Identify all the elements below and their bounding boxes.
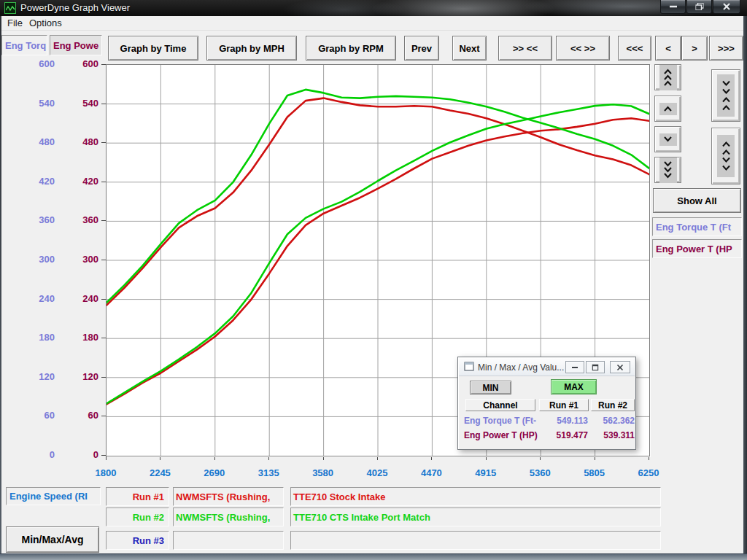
run1-label-box[interactable]: Run #1 (106, 487, 169, 506)
menu-options[interactable]: Options (29, 18, 62, 28)
torque-tick-label: 0 (26, 449, 55, 460)
run2-title-box[interactable]: TTE710 CTS Intake Port Match (290, 508, 661, 526)
form-icon (464, 362, 474, 373)
rpm-tick-label: 5805 (573, 467, 616, 478)
rpm-tick-label: 4025 (355, 467, 399, 478)
scale-up-button[interactable] (654, 96, 681, 122)
rpm-tick-label: 2690 (193, 467, 236, 478)
close-icon[interactable] (713, 0, 740, 14)
prev-button[interactable]: Prev (404, 36, 439, 61)
run3-comment-box[interactable] (173, 531, 284, 550)
rpm-tick-label: 1800 (84, 467, 128, 478)
torque-tick-label: 420 (26, 176, 55, 187)
x-tick-mark (649, 456, 649, 460)
x-tick-mark (160, 456, 160, 460)
x-tick-mark (377, 456, 378, 460)
graph-by-rpm-button[interactable]: Graph by RPM (306, 36, 396, 61)
x-axis-channel-box[interactable]: Engine Speed (RI (6, 487, 101, 505)
minmax-avg-button[interactable]: Min/Max/Avg (6, 526, 99, 553)
channel-button-power[interactable]: Eng Powe (50, 35, 102, 55)
power-tick-label: 420 (69, 176, 98, 187)
run2-comment-box[interactable]: NWMSFTS (Rushing, (173, 508, 284, 526)
torque-tick-label: 60 (26, 410, 55, 421)
menu-file[interactable]: File (7, 18, 23, 28)
graph-by-time-button[interactable]: Graph by Time (108, 36, 198, 61)
column-header-channel: Channel (465, 399, 535, 411)
zoom-in-x-button[interactable]: >> << (498, 36, 552, 61)
run3-title-box[interactable] (290, 531, 661, 550)
power-tick-label: 300 (69, 254, 98, 265)
window-border-left (0, 16, 1, 560)
row-channel-label: Eng Power T (HP) (464, 430, 538, 440)
power-tick-label: 180 (69, 332, 98, 343)
row-run2-value: 562.362 (587, 416, 635, 426)
rpm-tick-label: 3135 (247, 467, 290, 478)
chevron-icon (659, 103, 677, 115)
chevron-icon (659, 158, 677, 183)
next-button[interactable]: Next (452, 36, 487, 61)
window-border-right[interactable] (743, 16, 747, 560)
dialog-minimize-button[interactable] (565, 361, 584, 373)
x-tick-mark (323, 456, 324, 460)
torque-tick-label: 120 (26, 371, 55, 382)
scroll-far-right-button[interactable]: >>> (709, 36, 743, 61)
rpm-tick-label: 2245 (138, 467, 182, 478)
channel-button-torque[interactable]: Eng Torq (1, 35, 47, 55)
graph-by-mph-button[interactable]: Graph by MPH (206, 36, 297, 61)
chevron-icon (717, 74, 735, 117)
scale-up-fast-button[interactable] (654, 64, 681, 90)
minimize-button[interactable] (660, 0, 686, 14)
menu-bar: File Options (1, 16, 743, 31)
dialog-close-icon[interactable] (610, 361, 630, 373)
x-tick-mark (595, 456, 595, 460)
x-tick-mark (106, 456, 107, 460)
x-tick-mark (268, 456, 269, 460)
scale-down-fast-button[interactable] (654, 157, 681, 183)
power-tick-label: 120 (69, 371, 98, 382)
torque-tick-label: 360 (26, 214, 55, 225)
scroll-left-button[interactable]: < (655, 36, 681, 61)
minmax-dialog-title: Min / Max / Avg Valu... (478, 362, 564, 373)
rpm-tick-label: 3580 (301, 467, 345, 478)
restore-button[interactable] (686, 0, 712, 14)
title-bar[interactable]: PowerDyne Graph Viewer (0, 0, 747, 16)
dialog-restore-button[interactable] (586, 361, 605, 373)
x-tick-mark (486, 456, 487, 460)
max-tab-button[interactable]: MAX (551, 379, 597, 394)
chevron-icon (717, 135, 735, 177)
window-title: PowerDyne Graph Viewer (20, 2, 130, 13)
scroll-far-left-button[interactable]: <<< (618, 36, 651, 61)
app-window: PowerDyne Graph Viewer File Options Eng … (0, 0, 747, 560)
rpm-tick-label: 5360 (518, 467, 562, 478)
run3-label-box[interactable]: Run #3 (106, 531, 169, 550)
scale-down-button[interactable] (654, 126, 681, 152)
window-border-bottom[interactable] (0, 553, 747, 560)
minmax-dialog-titlebar[interactable]: Min / Max / Avg Valu... (459, 358, 635, 376)
run1-title-box[interactable]: TTE710 Stock Intake (290, 487, 661, 506)
power-tick-label: 60 (69, 410, 98, 421)
chevron-icon (659, 133, 677, 146)
power-tick-label: 600 (69, 58, 98, 69)
torque-tick-label: 480 (26, 136, 55, 147)
show-all-button[interactable]: Show All (653, 188, 741, 213)
row-run1-value: 549.113 (535, 416, 588, 426)
torque-tick-label: 180 (26, 332, 55, 343)
rpm-tick-label: 4915 (464, 467, 508, 478)
expand-y-button[interactable] (711, 128, 740, 184)
row-run1-value: 519.477 (535, 430, 588, 440)
collapse-y-button[interactable] (711, 69, 740, 122)
scroll-right-button[interactable]: > (681, 36, 708, 61)
power-tick-label: 480 (69, 136, 98, 147)
legend-torque-channel[interactable]: Eng Torque T (Ft (652, 217, 742, 236)
x-tick-mark (540, 456, 541, 460)
minmax-dialog[interactable]: Min / Max / Avg Valu... MIN MAX Channel … (457, 357, 636, 450)
run1-comment-box[interactable]: NWMSFTS (Rushing, (173, 487, 284, 506)
minmax-table-row: Eng Power T (HP)519.477539.311 (458, 430, 637, 442)
min-tab-button[interactable]: MIN (470, 381, 511, 394)
torque-tick-label: 600 (26, 58, 55, 69)
torque-tick-label: 300 (26, 254, 55, 265)
zoom-out-x-button[interactable]: << >> (556, 36, 610, 61)
legend-power-channel[interactable]: Eng Power T (HP (652, 239, 742, 258)
run2-label-box[interactable]: Run #2 (106, 508, 169, 526)
app-icon (4, 2, 16, 14)
